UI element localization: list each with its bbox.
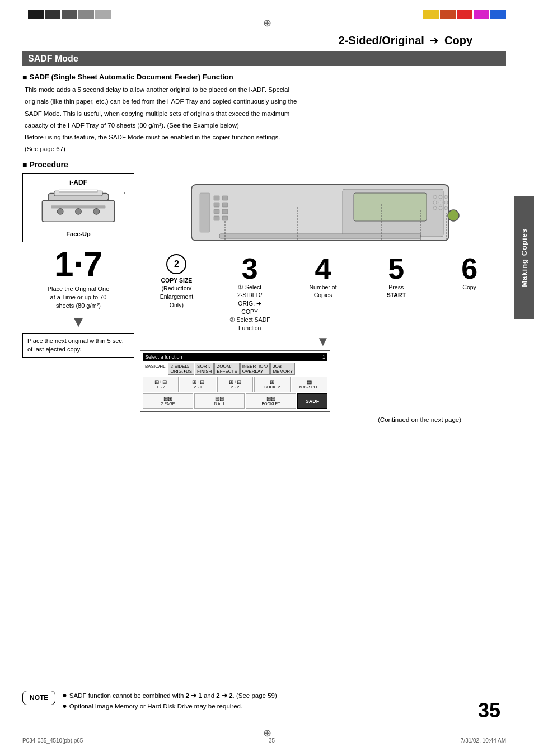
side-tab-label: Making Copies: [520, 228, 528, 287]
sf-cell-5: ▦ MX2-SPLIT: [292, 377, 327, 392]
svg-point-16: [433, 201, 437, 204]
note-box: NOTE: [22, 691, 55, 705]
svg-point-14: [439, 195, 442, 199]
sf-cell-3: ⊞+⊟ 2→2: [217, 377, 253, 392]
corner-mark-br: [518, 740, 526, 748]
iadf-box: i-ADF ⌐: [22, 173, 134, 242]
svg-point-6: [57, 208, 63, 214]
svg-rect-24: [214, 196, 219, 200]
body-text-1: This mode adds a 5 second delay to allow…: [22, 85, 506, 95]
step-5-number: 5: [359, 254, 433, 283]
machine-area: [140, 173, 506, 252]
face-up-label: Face-Up: [27, 231, 129, 237]
sf-tab-job: JOBMEMORY: [270, 363, 295, 375]
body-text-3: SADF Mode. This is useful, when copying …: [22, 109, 506, 119]
sf-tab-2sided: 2-SIDED/ORIG.●DS: [168, 363, 194, 375]
step-3: 3 ① Select 2-SIDED/ ORIG. ➔ COPY ② Selec…: [213, 254, 287, 332]
note-content: ● SADF function cannot be combined with …: [62, 691, 277, 711]
svg-rect-29: [222, 203, 228, 207]
note-text-1: SADF function cannot be combined with 2 …: [69, 691, 277, 701]
title-part1: 2-Sided/Original: [339, 34, 424, 46]
left-column: i-ADF ⌐: [22, 173, 134, 358]
svg-point-7: [76, 208, 82, 214]
title-arrow: ➔: [429, 34, 442, 46]
sf-cell-2page: ⊞⊞ 2 PAGE: [143, 393, 193, 409]
svg-rect-25: [214, 203, 219, 207]
footer-left: P034-035_4510(pb).p65: [22, 738, 83, 744]
sf-cell-1: ⊞+⊟ 1→2: [143, 377, 179, 392]
step-6-number: 6: [433, 254, 506, 283]
body-text-4: capacity of the i-ADF Tray of 70 sheets …: [22, 121, 506, 130]
body-text-2: originals (like thin paper, etc.) can be…: [22, 97, 506, 106]
color-bars-right: [423, 10, 506, 19]
note-text-2: Optional Image Memory or Hard Disk Drive…: [69, 701, 242, 711]
section-header: SADF Mode: [22, 51, 506, 66]
machine-svg: [140, 173, 506, 252]
sf-tab-zoom: ZOOM/EFFECTS: [214, 363, 239, 375]
footer-right: 7/31/02, 10:44 AM: [461, 738, 506, 744]
screen-down-arrow: ▼: [140, 334, 506, 349]
step-3-number: 3: [213, 254, 287, 283]
section-title: SADF Mode: [28, 54, 78, 63]
svg-rect-5: [51, 205, 106, 208]
svg-point-8: [93, 208, 100, 214]
svg-rect-32: [219, 234, 421, 238]
title-part2: Copy: [444, 34, 472, 46]
bullet-1: ●: [62, 691, 67, 700]
sf-title-bar: Select a function 1: [143, 353, 327, 361]
sf-cell-booklet: ⊞⊟ BOOKLET: [246, 393, 296, 409]
procedure-title: Procedure: [22, 160, 506, 169]
svg-rect-26: [214, 209, 219, 214]
top-crosshair: ⊕: [263, 17, 271, 29]
corner-mark-tl: [8, 8, 16, 16]
sf-tab-insertion: INSERTION/OVERLAY: [240, 363, 270, 375]
note-item-2: ● Optional Image Memory or Hard Disk Dri…: [62, 701, 277, 711]
svg-rect-23: [200, 193, 210, 232]
steps-row: 2 COPY SIZE(Reduction/EnlargementOnly) 3…: [140, 254, 506, 332]
step-2: 2 COPY SIZE(Reduction/EnlargementOnly): [140, 254, 213, 332]
svg-point-18: [444, 201, 448, 204]
step-3-label: ① Select 2-SIDED/ ORIG. ➔ COPY ② Select …: [213, 283, 287, 332]
sf-grid-row1: ⊞+⊟ 1→2 ⊞+⊟ 2→1 ⊞+⊟ 2→2 ⊞ BOOK+2: [143, 377, 327, 392]
note-area: NOTE ● SADF function cannot be combined …: [22, 691, 506, 711]
select-function-screen: Select a function 1 BASIC/HL 2-SIDED/ORI…: [140, 350, 330, 412]
sf-tabs: BASIC/HL 2-SIDED/ORIG.●DS SORT/FINISH ZO…: [143, 363, 327, 375]
svg-rect-30: [222, 209, 228, 214]
step-6-label: Copy: [433, 283, 506, 292]
corner-mark-tr: [518, 8, 526, 16]
footer: P034-035_4510(pb).p65 35 7/31/02, 10:44 …: [22, 738, 506, 744]
sf-cell-4: ⊞ BOOK+2: [254, 377, 290, 392]
svg-point-20: [439, 206, 442, 210]
svg-rect-2: [59, 190, 98, 191]
continued-note: (Continued on the next page): [140, 416, 506, 423]
footer-center: 35: [269, 738, 275, 744]
step-4: 4 Number ofCopies: [287, 254, 360, 332]
svg-point-22: [448, 210, 459, 221]
color-bars-left: [28, 10, 111, 19]
step-5-label: Press START: [359, 283, 433, 299]
procedure-area: i-ADF ⌐: [22, 173, 506, 423]
step-desc: Place the Original One at a Time or up t…: [22, 285, 134, 311]
down-arrow-1: ▼: [22, 313, 134, 331]
svg-rect-31: [222, 216, 228, 220]
side-tab-making-copies: Making Copies: [514, 196, 534, 319]
svg-point-21: [444, 206, 448, 210]
right-column: 2 COPY SIZE(Reduction/EnlargementOnly) 3…: [140, 173, 506, 423]
iadf-label: i-ADF: [27, 179, 129, 186]
step-4-label: Number ofCopies: [287, 283, 360, 299]
subsection-title: SADF (Single Sheet Automatic Document Fe…: [22, 73, 506, 82]
corner-mark-bl: [8, 740, 16, 748]
svg-text:⌐: ⌐: [124, 189, 128, 196]
svg-point-17: [439, 201, 442, 204]
step-2-label: COPY SIZE(Reduction/EnlargementOnly): [140, 276, 213, 309]
page-title: 2-Sided/Original ➔ Copy: [22, 34, 506, 47]
step-number-large: 1·7: [22, 247, 134, 281]
body-text-6: (See page 67): [22, 144, 506, 154]
next-original-box: Place the next original within 5 sec. of…: [22, 333, 134, 358]
svg-rect-3: [59, 191, 98, 192]
iadf-diagram: ⌐: [27, 189, 129, 228]
svg-rect-27: [214, 216, 219, 220]
sf-bottom-row: ⊞⊞ 2 PAGE ⊟⊟ N in 1 ⊞⊟ BOOKLET SADF: [143, 393, 327, 409]
step-6: 6 Copy: [433, 254, 506, 332]
svg-rect-12: [354, 193, 427, 221]
